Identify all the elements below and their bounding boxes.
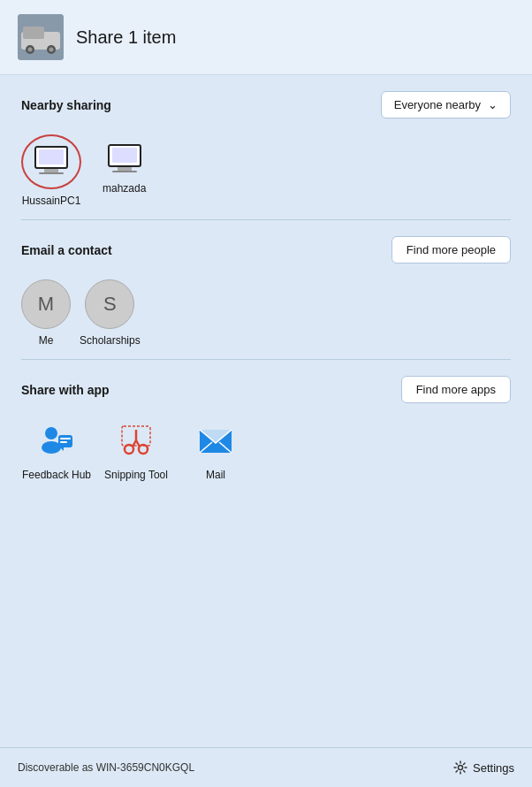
svg-rect-10 (39, 172, 64, 174)
contact-avatar-me: M (21, 279, 71, 329)
device-item-mahzada[interactable]: mahzada (90, 134, 158, 207)
share-with-app-section: Share with app Find more apps Feedback H… (0, 360, 532, 493)
svg-point-15 (45, 427, 57, 439)
svg-rect-14 (112, 171, 137, 172)
svg-point-6 (49, 48, 54, 52)
computer-icon (32, 145, 71, 179)
dropdown-value: Everyone nearby (394, 98, 481, 111)
email-contact-section: Email a contact Find more people M Me S … (0, 220, 532, 359)
nearby-sharing-section: Nearby sharing Everyone nearby ⌄ Hussain… (0, 75, 532, 219)
find-more-people-label: Find more people (407, 243, 496, 256)
find-more-apps-button[interactable]: Find more apps (401, 376, 511, 403)
feedback-hub-icon (35, 419, 78, 462)
discoverable-text: Discoverable as WIN-3659CN0KGQL (18, 761, 194, 774)
contact-item-scholarships[interactable]: S Scholarships (80, 279, 141, 347)
email-contact-header: Email a contact Find more people (21, 236, 511, 264)
device-label-mahzada: mahzada (103, 182, 146, 195)
settings-icon (453, 760, 467, 775)
find-more-people-button[interactable]: Find more people (391, 236, 511, 264)
svg-rect-9 (44, 169, 58, 172)
mail-icon (194, 419, 237, 462)
svg-point-16 (42, 441, 61, 454)
share-with-app-header: Share with app Find more apps (21, 376, 511, 403)
nearby-sharing-label: Nearby sharing (21, 98, 111, 112)
app-label-snipping-tool: Snipping Tool (104, 469, 168, 481)
contact-item-me[interactable]: M Me (21, 279, 71, 347)
computer-icon (105, 143, 144, 177)
contacts-row: M Me S Scholarships (21, 279, 511, 347)
chevron-down-icon: ⌄ (488, 98, 498, 111)
snipping-tool-icon (115, 419, 157, 462)
app-label-feedback-hub: Feedback Hub (22, 469, 91, 481)
contact-label-me: Me (39, 334, 54, 347)
nearby-sharing-header: Nearby sharing Everyone nearby ⌄ (21, 91, 511, 118)
find-more-apps-label: Find more apps (416, 383, 496, 396)
share-thumbnail (18, 14, 64, 60)
contact-avatar-scholarships: S (85, 279, 134, 329)
svg-rect-13 (118, 167, 132, 171)
settings-label: Settings (473, 761, 514, 775)
svg-rect-8 (39, 149, 64, 164)
app-item-feedback-hub[interactable]: Feedback Hub (21, 419, 92, 481)
app-item-mail[interactable]: Mail (180, 419, 251, 481)
app-label-mail: Mail (206, 469, 225, 481)
app-item-snipping-tool[interactable]: Snipping Tool (101, 419, 171, 481)
devices-row: HussainPC1 mahzada (21, 134, 511, 207)
apps-row: Feedback Hub Snipping Tool (21, 419, 511, 481)
svg-rect-19 (60, 441, 67, 443)
share-dialog-title: Share 1 item (76, 27, 176, 48)
email-contact-label: Email a contact (21, 243, 112, 257)
svg-rect-18 (60, 438, 71, 439)
share-with-app-label: Share with app (21, 383, 110, 397)
svg-point-30 (459, 766, 463, 770)
everyone-nearby-dropdown[interactable]: Everyone nearby ⌄ (381, 91, 511, 118)
svg-rect-12 (112, 148, 137, 163)
device-label-hussainpc1: HussainPC1 (22, 195, 81, 207)
selected-ring (21, 134, 81, 189)
device-item-hussainpc1[interactable]: HussainPC1 (21, 134, 81, 207)
svg-rect-2 (23, 27, 44, 39)
svg-point-5 (28, 48, 33, 52)
footer-bar: Discoverable as WIN-3659CN0KGQL Settings (0, 747, 532, 787)
contact-label-scholarships: Scholarships (80, 334, 141, 347)
share-dialog-header: Share 1 item (0, 0, 532, 75)
settings-button[interactable]: Settings (453, 760, 514, 775)
